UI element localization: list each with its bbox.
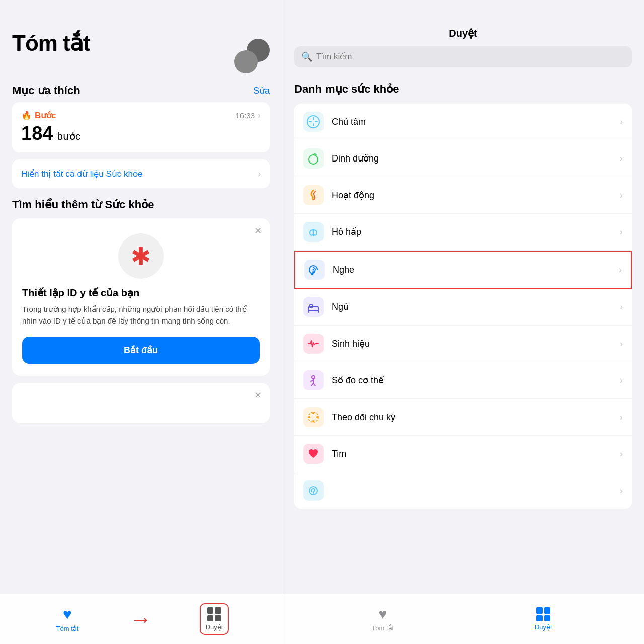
hoat-dong-icon (303, 185, 324, 205)
grid-cell-a4 (544, 615, 551, 622)
category-item-so-do[interactable]: Số đo cơ thể › (294, 362, 632, 399)
steps-unit: bước (57, 131, 80, 142)
chevron-nghe: › (619, 265, 622, 275)
chevron-hoat-dong: › (620, 190, 623, 201)
heart-icon: ♥ (63, 606, 72, 623)
svg-rect-8 (309, 305, 313, 307)
sinh-hieu-icon (303, 334, 324, 354)
grid-cell-a1 (536, 607, 543, 614)
medical-icon-wrap: ✱ (118, 233, 164, 279)
chevron-sinh-hieu: › (620, 339, 623, 349)
category-item-chu-tam[interactable]: Chú tâm › (294, 104, 632, 140)
search-bar[interactable]: 🔍 (294, 46, 632, 67)
nav-item-tom-tat[interactable]: ♥ Tóm tắt (10, 606, 125, 632)
svg-point-17 (312, 412, 314, 414)
buoc-time: 16:33 (235, 111, 255, 120)
start-button[interactable]: Bắt đầu (22, 337, 260, 364)
duyet-nav-box: Duyệt (200, 603, 229, 635)
close-button-2[interactable]: ✕ (254, 390, 262, 401)
chevron-partial: › (620, 486, 623, 496)
fire-icon: 🔥 (21, 110, 32, 121)
svg-point-22 (313, 494, 314, 495)
avatar[interactable] (234, 50, 258, 73)
grid-cell-2 (215, 607, 221, 614)
ngu-icon (303, 297, 324, 317)
grid-cell-1 (207, 607, 214, 614)
left-scroll-content: Tóm tắt Mục ưa thích Sửa 🔥 Bước 16:33 › … (0, 0, 282, 594)
edit-button[interactable]: Sửa (253, 85, 270, 96)
so-do-label: Số đo cơ thể (332, 375, 620, 386)
empty-card: ✕ (12, 383, 270, 423)
left-panel: Tóm tắt Mục ưa thích Sửa 🔥 Bước 16:33 › … (0, 0, 282, 644)
chevron-ngu: › (620, 302, 623, 312)
chu-tam-label: Chú tâm (332, 117, 620, 127)
grid-icon-gray (207, 607, 221, 621)
favorites-section-header: Mục ưa thích Sửa (12, 84, 270, 97)
chevron-dinh-duong: › (620, 153, 623, 164)
sinh-hieu-label: Sinh hiệu (332, 338, 620, 349)
bottom-nav-right: ♥ Tóm tắt Duyệt (282, 594, 644, 644)
dinh-duong-icon (303, 148, 324, 169)
right-panel-title: Duyệt (294, 27, 632, 39)
category-item-sinh-hieu[interactable]: Sinh hiệu › (294, 326, 632, 362)
show-all-link[interactable]: Hiển thị tất cả dữ liệu Sức khỏe › (12, 159, 270, 188)
steps-card[interactable]: 🔥 Bước 16:33 › 184 bước (12, 102, 270, 152)
svg-point-19 (312, 420, 314, 422)
right-panel: Duyệt 🔍 Danh mục sức khỏe Chú tâm › Dinh (282, 0, 644, 644)
close-button[interactable]: ✕ (254, 225, 262, 236)
grid-cell-a2 (544, 607, 551, 614)
category-item-theo-doi[interactable]: Theo dõi chu kỳ › (294, 399, 632, 436)
nav-item-duyet[interactable]: Duyệt (157, 603, 272, 635)
learn-section-title: Tìm hiểu thêm từ Sức khỏe (12, 198, 270, 211)
info-card-desc: Trong trường hợp khẩn cấp, những người p… (22, 304, 260, 327)
chu-tam-icon (303, 112, 324, 132)
so-do-icon (303, 370, 324, 390)
medical-star-icon: ✱ (131, 242, 151, 270)
search-input[interactable] (316, 52, 625, 62)
svg-line-15 (313, 383, 315, 386)
svg-point-5 (309, 155, 318, 164)
info-card-title: Thiết lập ID y tế của bạn (22, 287, 260, 299)
category-item-hoat-dong[interactable]: Hoạt động › (294, 177, 632, 214)
chevron-so-do: › (620, 375, 623, 386)
show-all-text: Hiển thị tất cả dữ liệu Sức khỏe (21, 169, 142, 179)
category-list: Chú tâm › Dinh dưỡng › Hoạt động › (294, 104, 632, 509)
grid-cell-3 (207, 615, 214, 622)
search-icon: 🔍 (301, 51, 312, 62)
nav-right-tom-tat-label: Tóm tắt (371, 624, 394, 632)
info-card: ✕ ✱ Thiết lập ID y tế của bạn Trong trườ… (12, 218, 270, 376)
bottom-nav-left: ♥ Tóm tắt → Duyệt (0, 594, 282, 644)
category-item-ngu[interactable]: Ngủ › (294, 289, 632, 326)
chevron-right-icon: › (258, 110, 261, 121)
grid-cell-a3 (536, 615, 543, 622)
grid-icon-active (536, 607, 550, 621)
nav-right-tom-tat[interactable]: ♥ Tóm tắt (302, 606, 463, 632)
buoc-label: 🔥 Bước (21, 110, 56, 121)
heart-icon-inactive: ♥ (378, 606, 387, 622)
steps-count: 184 (21, 123, 53, 144)
nav-duyet-label: Duyệt (206, 623, 223, 631)
nav-right-duyet[interactable]: Duyệt (463, 607, 624, 631)
svg-point-20 (308, 416, 310, 418)
page-title: Tóm tắt (12, 30, 90, 56)
red-arrow-icon: → (130, 607, 152, 632)
tim-icon (303, 444, 324, 464)
theo-doi-icon (303, 407, 324, 427)
nav-right-duyet-label: Duyệt (535, 623, 552, 631)
theo-doi-label: Theo dõi chu kỳ (332, 412, 620, 423)
category-item-nghe[interactable]: Nghe › (294, 251, 632, 289)
right-header: Duyệt 🔍 (282, 0, 644, 72)
tim-label: Tim (332, 449, 620, 459)
category-item-tim[interactable]: Tim › (294, 436, 632, 472)
nghe-icon (304, 260, 325, 280)
favorites-title: Mục ưa thích (12, 84, 80, 97)
category-item-dinh-duong[interactable]: Dinh dưỡng › (294, 140, 632, 177)
nghe-label: Nghe (333, 265, 619, 275)
chevron-right-icon-2: › (258, 169, 261, 179)
category-item-partial[interactable]: › (294, 472, 632, 509)
dinh-duong-label: Dinh dưỡng (332, 153, 620, 164)
category-item-ho-hap[interactable]: Hô hấp › (294, 214, 632, 251)
grid-cell-4 (215, 615, 221, 622)
svg-point-6 (313, 269, 314, 271)
chevron-theo-doi: › (620, 412, 623, 423)
